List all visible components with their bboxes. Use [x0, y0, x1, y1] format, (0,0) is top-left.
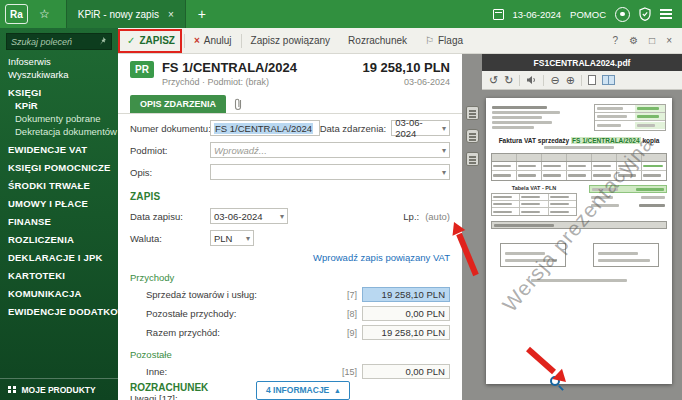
- sidebar-item-ksiegi-pomocnicze[interactable]: KSIĘGI POMOCNICZE: [0, 161, 118, 174]
- sidebar-item-komunikacja[interactable]: KOMUNIKACJA: [0, 287, 118, 300]
- subject-input[interactable]: [214, 145, 442, 156]
- zoom-in-icon[interactable]: ⊕: [566, 75, 575, 86]
- chevron-down-icon: ▾: [280, 212, 284, 221]
- my-products-label: MOJE PRODUKTY: [22, 385, 96, 395]
- save-related-button[interactable]: Zapisz powiązany: [242, 28, 339, 53]
- field-9-label: Razem przychód:: [146, 327, 220, 338]
- save-button[interactable]: ✓ ZAPISZ: [118, 28, 184, 53]
- sidebar-item-srodki-trwale[interactable]: ŚRODKI TRWAŁE: [0, 179, 118, 192]
- tab-title: KPiR - nowy zapis: [78, 9, 159, 20]
- field-9-value[interactable]: 19 258,10 PLN: [362, 325, 450, 340]
- sidebar-item-ewidencje-vat[interactable]: EWIDENCJE VAT: [0, 143, 118, 156]
- settlement-button[interactable]: Rozrachunek: [339, 28, 416, 53]
- invoice-header-block: [486, 98, 672, 131]
- sidebar-item-wyszukiwarka[interactable]: Wyszukiwarka: [0, 68, 118, 81]
- sidebar-item-deklaracje-i-jpk[interactable]: DEKLARACJE I JPK: [0, 251, 118, 264]
- menu-icon[interactable]: [660, 9, 672, 18]
- status-circle-icon[interactable]: [615, 7, 630, 22]
- sidebar-item-infoserwis[interactable]: Infoserwis: [0, 55, 118, 68]
- amount-due-bar: [491, 221, 667, 229]
- tab-kpir-nowy-zapis[interactable]: KPiR - nowy zapis ×: [66, 0, 186, 28]
- sidebar-item-kartoteki[interactable]: KARTOTEKI: [0, 269, 118, 282]
- maximize-icon[interactable]: □: [649, 35, 655, 46]
- sidebar-item-ksiegi[interactable]: KSIĘGI: [0, 86, 118, 99]
- paperclip-icon[interactable]: [233, 97, 243, 111]
- search-input[interactable]: [11, 37, 96, 47]
- field-15-index: [15]: [342, 367, 357, 377]
- income-badge: PR: [130, 61, 154, 78]
- document-number-input[interactable]: FS 1/CENTRALA/2024: [210, 120, 320, 136]
- facing-pages-icon[interactable]: [602, 75, 615, 85]
- document-title: FS 1/CENTRALA/2024: [162, 61, 297, 75]
- shield-icon[interactable]: [639, 7, 651, 21]
- export-document-icon[interactable]: [466, 106, 479, 120]
- help-icon[interactable]: ?: [613, 35, 619, 46]
- help-menu[interactable]: POMOC: [570, 9, 606, 20]
- app-logo[interactable]: Ra: [5, 4, 28, 24]
- field-8-index: [8]: [347, 309, 357, 319]
- entry-date-select[interactable]: 03-06-2024 ▾: [210, 208, 288, 224]
- titlebar-right: 13-06-2024 POMOC: [493, 7, 682, 22]
- flag-icon: ⚐: [425, 35, 434, 46]
- sidebar-item-ewidencje-dodatkowe[interactable]: EWIDENCJE DODATKOWE: [0, 305, 118, 318]
- currency-select[interactable]: PLN ▾: [210, 230, 254, 246]
- pin-icon[interactable]: [99, 37, 107, 46]
- field-8-value[interactable]: 0,00 PLN: [362, 306, 450, 321]
- tab-opis-zdarzenia[interactable]: OPIS ZDARZENIA: [130, 95, 226, 113]
- current-date[interactable]: 13-06-2024: [513, 9, 562, 20]
- zoom-magnifier-icon[interactable]: [550, 376, 560, 386]
- info-button-label: 4 INFORMACJE: [266, 385, 329, 395]
- app-window: Ra ☆ KPiR - nowy zapis × + 13-06-2024 PO…: [0, 0, 682, 400]
- rotate-right-icon[interactable]: ↻: [504, 75, 513, 86]
- pdf-filename: FS1CENTRALA2024.pdf: [482, 54, 682, 71]
- my-products-button[interactable]: MOJE PRODUKTY: [0, 378, 118, 400]
- chevron-up-icon: ▴: [335, 385, 339, 395]
- cancel-label: Anuluj: [204, 35, 232, 46]
- sidebar-item-finanse[interactable]: FINANSE: [0, 215, 118, 228]
- sidebar-item-rozliczenia[interactable]: ROZLICZENIA: [0, 233, 118, 246]
- chevron-down-icon: ▾: [246, 234, 250, 243]
- field-15-value[interactable]: 0,00 PLN: [362, 364, 450, 379]
- field-7-value[interactable]: 19 258,10 PLN: [362, 287, 450, 302]
- sidebar-item-dokumenty-pobrane[interactable]: Dokumenty pobrane: [0, 112, 118, 125]
- cancel-button[interactable]: × Anuluj: [185, 28, 241, 53]
- attachments-icon[interactable]: [466, 152, 479, 166]
- document-subtitle: Przychód · Podmiot: (brak): [162, 77, 297, 87]
- description-select[interactable]: ▾: [210, 164, 450, 180]
- pdf-page[interactable]: Faktura VAT sprzedaży FS 1/CENTRALA/2024…: [486, 98, 672, 384]
- sidebar-nav: Infoserwis Wyszukiwarka KSIĘGI KPiR Doku…: [0, 53, 118, 320]
- section-zapis: ZAPIS: [118, 191, 462, 202]
- signature-boxes: [486, 243, 672, 267]
- command-search[interactable]: [6, 33, 112, 50]
- invoice-title-prefix: Faktura VAT sprzedaży: [499, 137, 570, 144]
- info-expand-button[interactable]: 4 INFORMACJE ▴: [256, 381, 350, 400]
- vat-entry-link[interactable]: Wprowadź zapis powiązany VAT: [313, 252, 450, 263]
- tab-close-icon[interactable]: ×: [168, 9, 174, 20]
- notes-label: Uwagi [17]:: [130, 393, 178, 400]
- comments-icon[interactable]: [466, 129, 479, 143]
- subject-label: Podmiot:: [130, 145, 210, 156]
- check-icon: ✓: [127, 35, 135, 46]
- zoom-out-icon[interactable]: ⊖: [550, 75, 559, 86]
- flag-label: Flaga: [438, 35, 463, 46]
- number-label: Numer dokumentu:: [130, 123, 210, 134]
- sidebar-item-umowy-i-place[interactable]: UMOWY I PŁACE: [0, 197, 118, 210]
- sidebar-item-dekretacja-dokumentow[interactable]: Dekretacja dokumentów: [0, 125, 118, 138]
- toolbar-separator: [581, 75, 582, 86]
- settings-gear-icon[interactable]: ⚙: [629, 35, 638, 46]
- lp-value: (auto): [425, 211, 450, 222]
- flag-button[interactable]: ⚐ Flaga: [416, 28, 472, 53]
- sound-icon[interactable]: [526, 75, 537, 85]
- favorites-star-icon[interactable]: ☆: [39, 7, 50, 21]
- new-tab-button[interactable]: +: [198, 6, 206, 22]
- single-page-icon[interactable]: [588, 75, 596, 85]
- rotate-left-icon[interactable]: ↺: [489, 75, 498, 86]
- sidebar-item-kpir[interactable]: KPiR: [0, 99, 118, 112]
- field-7-index: [7]: [347, 290, 357, 300]
- close-icon[interactable]: ×: [666, 35, 672, 46]
- subject-select[interactable]: ▾: [210, 142, 450, 158]
- field-15-label: Inne:: [146, 366, 167, 377]
- currency-value: PLN: [214, 233, 232, 244]
- event-date-select[interactable]: 03-06-2024 ▾: [391, 120, 450, 136]
- preview-side-icons: [462, 90, 482, 400]
